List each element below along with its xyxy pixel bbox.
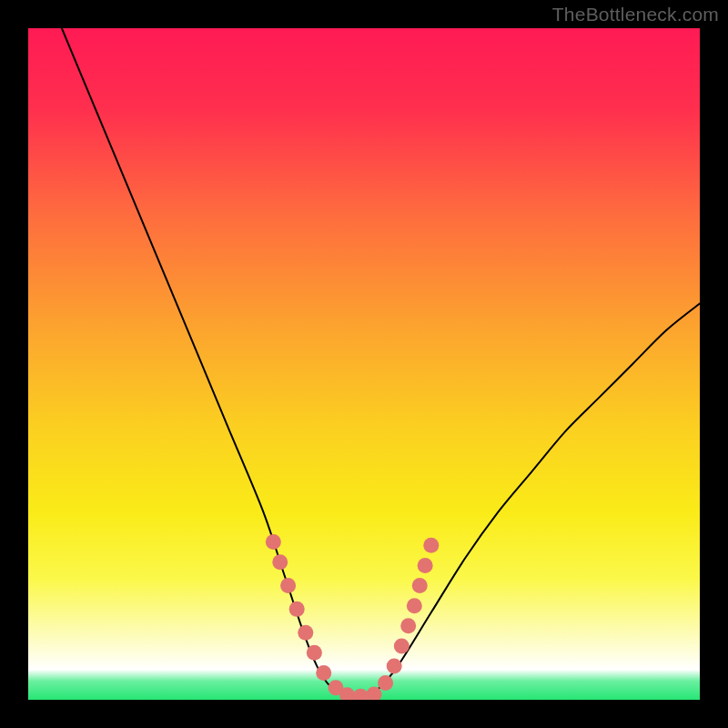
marker-point	[272, 554, 288, 570]
marker-point	[400, 618, 416, 633]
marker-point	[289, 602, 305, 617]
marker-point	[353, 689, 369, 700]
marker-point	[394, 638, 410, 653]
marker-point	[407, 598, 422, 613]
marker-point	[266, 534, 281, 550]
plot-area	[28, 28, 700, 700]
marker-point	[298, 625, 313, 641]
marker-point	[418, 558, 433, 573]
bottleneck-curve	[62, 28, 700, 697]
watermark-text: TheBottleneck.com	[552, 4, 719, 25]
marker-point	[387, 659, 402, 674]
marker-point	[423, 538, 439, 553]
curve-layer	[28, 28, 700, 700]
marker-point	[307, 645, 322, 661]
chart-frame: TheBottleneck.com	[0, 0, 728, 728]
marker-point	[316, 665, 331, 681]
marker-point	[378, 675, 393, 691]
marker-point	[412, 578, 428, 593]
marker-point	[280, 578, 296, 593]
curve-markers	[266, 534, 439, 700]
